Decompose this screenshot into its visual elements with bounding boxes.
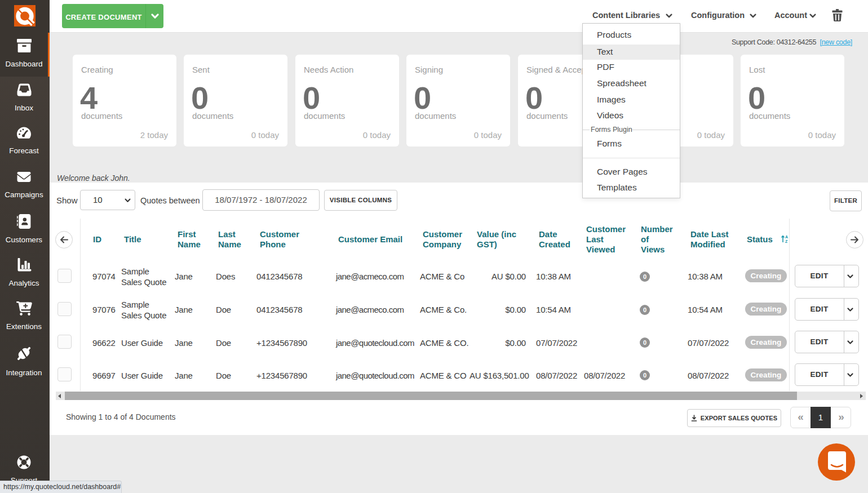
svg-text:A: A	[785, 235, 788, 239]
svg-text:Z: Z	[785, 239, 788, 243]
